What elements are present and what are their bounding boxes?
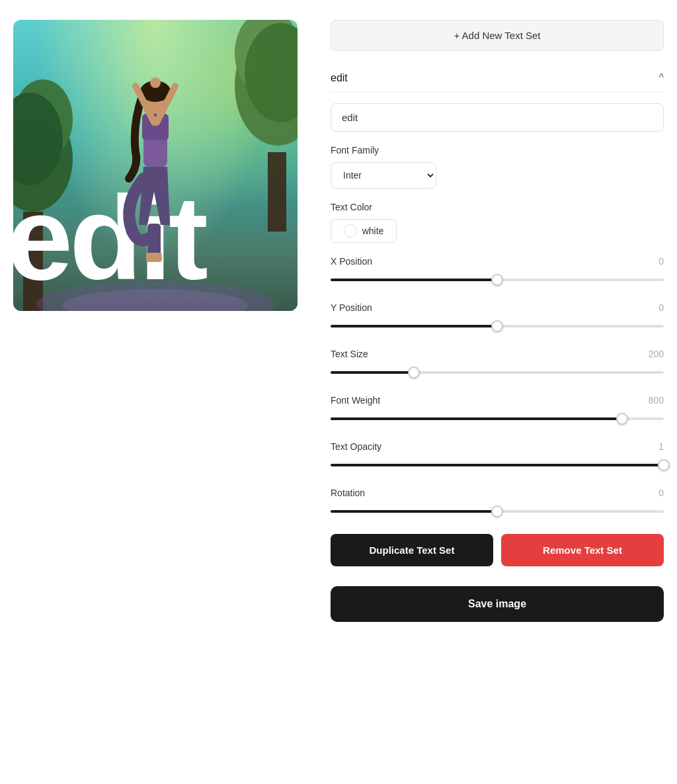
svg-point-16 <box>150 77 161 88</box>
text-color-label: Text Color <box>331 202 664 212</box>
rotation-label: Rotation <box>331 488 365 498</box>
font-weight-label: Font Weight <box>331 395 380 406</box>
action-buttons-row: Duplicate Text Set Remove Text Set <box>331 534 664 566</box>
save-image-button[interactable]: Save image <box>331 586 664 622</box>
font-family-select[interactable]: Inter Arial Georgia Times New Roman Helv… <box>331 162 436 189</box>
font-family-group: Font Family Inter Arial Georgia Times Ne… <box>331 145 664 189</box>
duplicate-text-set-button[interactable]: Duplicate Text Set <box>331 534 493 566</box>
text-opacity-value: 1 <box>658 441 664 452</box>
text-size-value: 200 <box>649 349 664 359</box>
text-size-label: Text Size <box>331 349 368 359</box>
color-value-label: white <box>362 226 384 236</box>
controls-panel: + Add New Text Set edit ^ Font Family In… <box>331 20 664 622</box>
chevron-up-icon[interactable]: ^ <box>658 72 664 84</box>
text-opacity-track <box>331 458 664 472</box>
text-color-group: Text Color white <box>331 202 664 243</box>
y-position-row: Y Position 0 <box>331 302 664 333</box>
image-preview-panel: edit <box>13 20 311 622</box>
font-weight-track <box>331 412 664 425</box>
text-color-swatch[interactable]: white <box>331 219 397 243</box>
x-position-track <box>331 273 664 286</box>
section-title: edit <box>331 72 348 84</box>
rotation-value: 0 <box>658 488 664 498</box>
color-preview-dot <box>344 224 357 238</box>
image-canvas: edit <box>13 20 298 311</box>
y-position-value: 0 <box>658 302 664 313</box>
rotation-row: Rotation 0 <box>331 488 664 518</box>
section-header: edit ^ <box>331 64 664 93</box>
text-size-row: Text Size 200 <box>331 349 664 379</box>
y-position-label: Y Position <box>331 302 372 313</box>
svg-rect-18 <box>146 253 162 262</box>
x-position-value: 0 <box>658 256 664 267</box>
x-position-label: X Position <box>331 256 372 267</box>
text-opacity-label: Text Opacity <box>331 441 381 452</box>
rotation-track <box>331 505 664 518</box>
text-size-track <box>331 366 664 379</box>
font-weight-row: Font Weight 800 <box>331 395 664 425</box>
add-new-text-set-button[interactable]: + Add New Text Set <box>331 20 664 51</box>
y-position-track <box>331 320 664 333</box>
x-position-row: X Position 0 <box>331 256 664 286</box>
svg-rect-7 <box>268 152 286 232</box>
yoga-figure <box>96 73 215 284</box>
font-weight-value: 800 <box>649 395 664 406</box>
text-opacity-row: Text Opacity 1 <box>331 441 664 472</box>
remove-text-set-button[interactable]: Remove Text Set <box>501 534 664 566</box>
tree-right-icon <box>205 20 298 232</box>
text-content-input[interactable] <box>331 103 664 132</box>
font-family-label: Font Family <box>331 145 664 155</box>
